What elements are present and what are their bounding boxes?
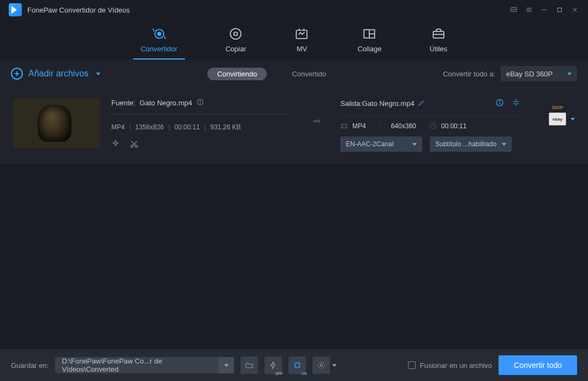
subtitle-dropdown[interactable]: Subtítulo ...habilitado [430, 136, 512, 152]
minimize-button[interactable] [537, 2, 552, 17]
arrow-icon [308, 98, 329, 128]
chevron-down-icon [567, 73, 572, 75]
tab-utiles[interactable]: Útiles [422, 23, 455, 59]
toolbox-icon [431, 26, 446, 41]
chevron-down-icon [96, 73, 100, 75]
merge-checkbox-group[interactable]: Fusionar en un archivo [408, 361, 492, 370]
convert-all-to-label: Convertir todo a: [443, 70, 495, 78]
feedback-icon[interactable] [506, 2, 521, 17]
enhance-icon[interactable] [111, 140, 120, 151]
tab-converted[interactable]: Convertido [282, 68, 336, 80]
maximize-button[interactable] [552, 2, 567, 17]
svg-point-1 [512, 9, 513, 10]
mv-icon [294, 26, 309, 41]
tab-label: Collage [357, 45, 381, 53]
svg-point-2 [514, 9, 514, 10]
collage-icon [362, 26, 377, 41]
output-format: MP4 [340, 122, 366, 130]
titlebar: FonePaw Convertidor de Vídeos [0, 0, 588, 20]
tab-collage[interactable]: Collage [350, 23, 389, 59]
info-icon[interactable] [196, 98, 204, 108]
merge-label: Fusionar en un archivo [420, 361, 492, 370]
svg-point-30 [499, 100, 500, 101]
merge-checkbox[interactable] [408, 361, 416, 369]
tab-label: Útiles [430, 45, 448, 53]
save-path-field[interactable]: D:\FonePaw\FonePaw Co...r de Vídeos\Conv… [55, 357, 234, 373]
add-files-button[interactable]: + Añadir archivos [11, 68, 100, 80]
output-duration: 00:00:11 [429, 122, 467, 130]
svg-point-36 [320, 364, 322, 366]
add-files-label: Añadir archivos [28, 69, 88, 79]
svg-point-12 [158, 32, 161, 35]
chevron-down-icon [502, 143, 506, 146]
gpu-accel-toggle[interactable] [289, 356, 306, 374]
tab-label: MV [297, 45, 308, 53]
file-list: Fuente:Gato Negro.mp4 MP4| 1358x826| 00:… [0, 87, 588, 349]
output-profile-badge[interactable]: 360P ebay [549, 112, 566, 126]
profile-dropdown-icon[interactable] [571, 118, 575, 121]
svg-point-14 [234, 32, 238, 36]
save-path-dropdown[interactable] [219, 357, 234, 373]
tab-copiar[interactable]: Copiar [218, 23, 254, 59]
svg-point-23 [200, 100, 201, 101]
chevron-down-icon [412, 143, 417, 146]
app-title: FonePaw Convertidor de Vídeos [27, 6, 130, 14]
output-filename: Gato Negro.mp4 [362, 99, 415, 108]
source-filename: Gato Negro.mp4 [140, 99, 192, 107]
save-path-value: D:\FonePaw\FonePaw Co...r de Vídeos\Conv… [55, 357, 219, 373]
tab-converting[interactable]: Convirtiendo [207, 68, 267, 80]
plus-icon: + [11, 68, 23, 80]
main-nav: Convertidor Copiar MV Collage Útiles [0, 20, 588, 60]
svg-rect-31 [341, 124, 347, 128]
convert-all-button[interactable]: Convertir todo [499, 355, 577, 375]
svg-point-13 [231, 28, 242, 39]
output-resolution: 640x360 [379, 122, 416, 130]
save-to-label: Guardar en: [11, 361, 49, 370]
svg-rect-35 [295, 363, 299, 367]
open-folder-button[interactable] [241, 356, 258, 374]
source-meta: MP4| 1358x826| 00:00:11| 931,26 KB [111, 123, 291, 131]
audio-track-dropdown[interactable]: EN-AAC-2Canal [340, 136, 422, 152]
tab-mv[interactable]: MV [286, 23, 317, 59]
convert-all-profile-dropdown[interactable]: eBay SD 360P [501, 66, 577, 81]
compress-icon[interactable] [512, 98, 520, 109]
profile-value: eBay SD 360P [506, 70, 553, 78]
video-thumbnail[interactable] [13, 98, 100, 148]
source-label: Fuente: [111, 99, 135, 107]
file-item: Fuente:Gato Negro.mp4 MP4| 1358x826| 00:… [0, 87, 588, 163]
source-column: Fuente:Gato Negro.mp4 MP4| 1358x826| 00:… [111, 98, 297, 151]
app-logo-icon [9, 3, 22, 16]
output-label: Salida: [340, 99, 362, 108]
footer-bar: Guardar en: D:\FonePaw\FonePaw Co...r de… [0, 349, 588, 381]
hardware-accel-toggle[interactable] [265, 356, 282, 374]
settings-dropdown-icon[interactable] [332, 364, 337, 367]
tab-label: Convertidor [141, 45, 177, 53]
menu-icon[interactable] [521, 2, 537, 17]
tab-convertidor[interactable]: Convertidor [133, 23, 185, 59]
edit-name-icon[interactable] [418, 99, 425, 108]
output-column: Salida:Gato Negro.mp4 MP4 [340, 98, 520, 152]
output-info-icon[interactable] [495, 98, 504, 109]
close-button[interactable] [567, 2, 583, 17]
settings-button[interactable] [313, 356, 330, 374]
tab-label: Copiar [225, 45, 246, 53]
svg-point-3 [515, 9, 515, 10]
svg-rect-8 [558, 8, 562, 12]
converter-icon [152, 26, 167, 41]
sub-toolbar: + Añadir archivos Convirtiendo Convertid… [0, 60, 588, 87]
disc-icon [228, 26, 243, 41]
cut-icon[interactable] [130, 140, 139, 151]
